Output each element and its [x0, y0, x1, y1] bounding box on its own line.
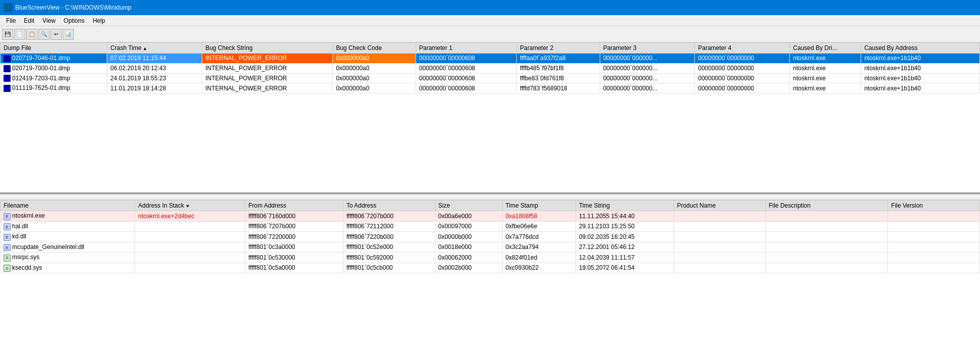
bsod-icon — [4, 55, 11, 62]
upper-cell-bug_check_code: 0x000000a0 — [333, 83, 416, 93]
lower-cell-filename: Sksecdd.sys — [1, 263, 135, 273]
col-address-in-stack[interactable]: Address In Stack — [135, 201, 245, 211]
menu-help[interactable]: Help — [88, 16, 109, 25]
lower-cell-product_name — [674, 253, 766, 263]
col-filename[interactable]: Filename — [1, 201, 135, 211]
upper-table-row[interactable]: 020719-7046-01.dmp07.02.2019 11:15:44INT… — [1, 54, 980, 64]
lower-cell-time_stamp: 0x7a776dcd — [502, 232, 575, 242]
lower-cell-time_stamp: 0xa1808f58 — [502, 211, 575, 222]
lower-cell-time_stamp: 0xc0930b22 — [502, 263, 575, 273]
toolbar-btn-3[interactable]: 📋 — [26, 29, 37, 40]
col-crash-time[interactable]: Crash Time — [107, 43, 202, 54]
toolbar-btn-6[interactable]: 📊 — [63, 29, 74, 40]
col-size[interactable]: Size — [435, 201, 502, 211]
lower-table-header: Filename Address In Stack From Address T… — [1, 201, 980, 211]
lower-cell-file_version — [888, 221, 980, 232]
upper-cell-bug_check_code: 0x000000a0 — [333, 63, 416, 73]
menu-file[interactable]: File — [2, 16, 20, 25]
upper-cell-dump_file: 011119-7625-01.dmp — [1, 83, 107, 93]
lower-cell-from_address: fffff806`7160d000 — [245, 211, 343, 222]
col-dump-file[interactable]: Dump File — [1, 43, 107, 54]
upper-cell-crash_time: 06.02.2019 20:12:43 — [107, 63, 202, 73]
lower-cell-file_version — [888, 211, 980, 222]
toolbar-btn-1[interactable]: 💾 — [2, 29, 13, 40]
menu-view[interactable]: View — [38, 16, 60, 25]
lower-cell-product_name — [674, 221, 766, 232]
upper-cell-parameter2: fffbe83`0fd761f8 — [517, 73, 600, 83]
exe-file-icon: E — [4, 234, 11, 241]
menu-edit[interactable]: Edit — [20, 16, 38, 25]
upper-cell-parameter4: 00000000`00000000 — [695, 73, 790, 83]
lower-cell-from_address: fffff806`7207b000 — [245, 221, 343, 232]
upper-section[interactable]: Dump File Crash Time Bug Check String Bu… — [0, 42, 980, 194]
col-parameter3[interactable]: Parameter 3 — [600, 43, 695, 54]
lower-cell-time_string: 27.12.2001 05:46:12 — [575, 242, 674, 253]
upper-cell-caused_by_driver: ntoskrnl.exe — [790, 73, 861, 83]
lower-cell-filename: Entoskrnl.exe — [1, 211, 135, 222]
lower-cell-filename: Ehal.dll — [1, 221, 135, 232]
lower-table-row[interactable]: Ehal.dllfffff806`7207b000fffff806`721120… — [1, 221, 980, 232]
menu-options[interactable]: Options — [60, 16, 88, 25]
col-product-name[interactable]: Product Name — [674, 201, 766, 211]
col-file-description[interactable]: File Description — [766, 201, 888, 211]
col-parameter1[interactable]: Parameter 1 — [416, 43, 517, 54]
upper-cell-caused_by_address: ntoskrnl.exe+1b1b40 — [861, 63, 980, 73]
col-from-address[interactable]: From Address — [245, 201, 343, 211]
col-bug-check-string[interactable]: Bug Check String — [202, 43, 333, 54]
exe-file-icon: E — [4, 223, 11, 230]
toolbar-btn-2[interactable]: 📄 — [14, 29, 25, 40]
title-bar: BlueScreenView - C:\WINDOWS\Minidump — [0, 0, 980, 15]
upper-table-header: Dump File Crash Time Bug Check String Bu… — [1, 43, 980, 54]
col-time-stamp[interactable]: Time Stamp — [502, 201, 575, 211]
lower-cell-time_string: 29.11.2103 15:25:50 — [575, 221, 674, 232]
col-parameter4[interactable]: Parameter 4 — [695, 43, 790, 54]
lower-cell-file_version — [888, 263, 980, 273]
exe-file-icon: E — [4, 213, 11, 220]
upper-cell-parameter3: 00000000`000000... — [600, 83, 695, 93]
lower-table-body: Entoskrnl.exentoskrnl.exe+2d4becfffff806… — [1, 211, 980, 273]
lower-cell-from_address: fffff806`72200000 — [245, 232, 343, 242]
lower-cell-size: 0x00a6e000 — [435, 211, 502, 222]
upper-cell-parameter3: 00000000`000000... — [600, 73, 695, 83]
col-caused-by-address[interactable]: Caused By Address — [861, 43, 980, 54]
lower-table-row[interactable]: Emcupdate_GenuineIntel.dllfffff801`0c3a0… — [1, 242, 980, 253]
col-parameter2[interactable]: Parameter 2 — [517, 43, 600, 54]
lower-cell-file_description — [766, 242, 888, 253]
lower-table-row[interactable]: Entoskrnl.exentoskrnl.exe+2d4becfffff806… — [1, 211, 980, 222]
upper-table-row[interactable]: 020719-7000-01.dmp06.02.2019 20:12:43INT… — [1, 63, 980, 73]
lower-section[interactable]: Filename Address In Stack From Address T… — [0, 200, 980, 350]
upper-cell-dump_file: 012419-7203-01.dmp — [1, 73, 107, 83]
lower-cell-file_version — [888, 242, 980, 253]
upper-cell-bug_check_code: 0x000000a0 — [333, 73, 416, 83]
lower-cell-size: 0x00062000 — [435, 253, 502, 263]
col-bug-check-code[interactable]: Bug Check Code — [333, 43, 416, 54]
lower-cell-from_address: fffff801`0c3a0000 — [245, 242, 343, 253]
upper-table: Dump File Crash Time Bug Check String Bu… — [0, 42, 980, 93]
bsod-icon — [4, 65, 11, 72]
hscroll-bar[interactable] — [0, 194, 980, 200]
upper-cell-parameter2: ffffb485`f97bf1f8 — [517, 63, 600, 73]
upper-cell-parameter2: ffffaa0f`a937f2a8 — [517, 54, 600, 64]
menu-bar: File Edit View Options Help — [0, 15, 980, 26]
lower-cell-product_name — [674, 263, 766, 273]
lower-table-row[interactable]: Sksecdd.sysfffff801`0c5a0000fffff801`0c5… — [1, 263, 980, 273]
upper-table-row[interactable]: 011119-7625-01.dmp11.01.2019 18:14:28INT… — [1, 83, 980, 93]
lower-cell-file_description — [766, 253, 888, 263]
toolbar-btn-4[interactable]: 🔍 — [38, 29, 50, 40]
upper-cell-parameter4: 00000000`00000000 — [695, 54, 790, 64]
lower-cell-to_address: fffff801`0c592000 — [343, 253, 435, 263]
upper-cell-bug_check_string: INTERNAL_POWER_ERROR — [202, 73, 333, 83]
upper-table-row[interactable]: 012419-7203-01.dmp24.01.2019 18:55:23INT… — [1, 73, 980, 83]
col-time-string[interactable]: Time String — [575, 201, 674, 211]
lower-table-row[interactable]: Smsrpc.sysfffff801`0c530000fffff801`0c59… — [1, 253, 980, 263]
toolbar-btn-5[interactable]: ↩ — [51, 29, 62, 40]
lower-cell-address_in_stack — [135, 263, 245, 273]
col-file-version[interactable]: File Version — [888, 201, 980, 211]
col-to-address[interactable]: To Address — [343, 201, 435, 211]
lower-cell-address_in_stack: ntoskrnl.exe+2d4bec — [135, 211, 245, 222]
upper-cell-caused_by_driver: ntoskrnl.exe — [790, 54, 861, 64]
lower-cell-size: 0x00097000 — [435, 221, 502, 232]
lower-table-row[interactable]: Ekd.dllfffff806`72200000fffff806`7220b00… — [1, 232, 980, 242]
col-caused-by-driver[interactable]: Caused By Dri... — [790, 43, 861, 54]
upper-cell-parameter1: 00000000`00000608 — [416, 73, 517, 83]
